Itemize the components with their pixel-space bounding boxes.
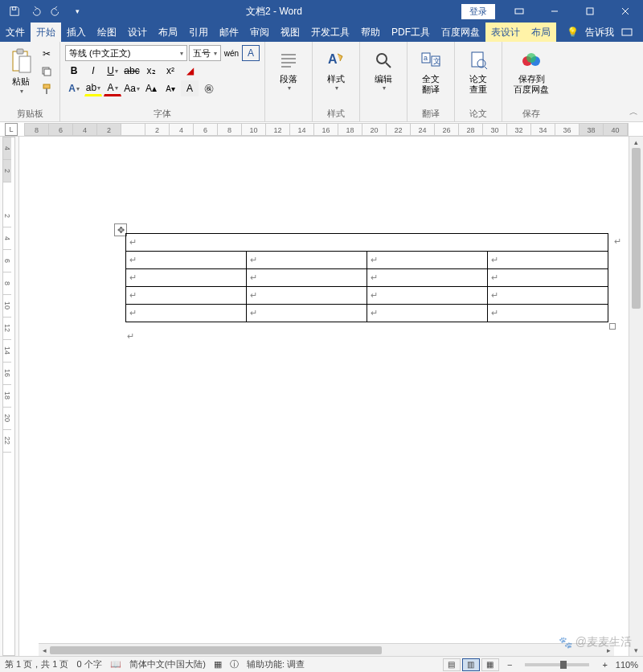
- tab-help[interactable]: 帮助: [355, 23, 386, 42]
- table-cell[interactable]: ↵: [247, 269, 367, 287]
- login-button[interactable]: 登录: [461, 4, 495, 19]
- scroll-left-icon[interactable]: ◂: [39, 646, 50, 654]
- copy-icon[interactable]: [39, 64, 55, 79]
- underline-button[interactable]: U▾: [104, 63, 121, 79]
- zoom-slider[interactable]: [525, 663, 589, 666]
- table-row[interactable]: ↵↵↵↵: [126, 305, 608, 322]
- horizontal-ruler[interactable]: L 86422468101214161820222426283032343638…: [0, 122, 643, 137]
- superscript-button[interactable]: x²: [162, 63, 179, 79]
- horizontal-scrollbar[interactable]: ◂ ▸: [39, 643, 614, 656]
- enclose-char-icon[interactable]: ㊑: [200, 80, 218, 96]
- maximize-icon[interactable]: [572, 0, 608, 23]
- eraser-icon[interactable]: ◢: [181, 63, 199, 79]
- tab-layout[interactable]: 布局: [153, 23, 183, 42]
- table-row[interactable]: ↵↵↵↵: [126, 269, 608, 287]
- vertical-scrollbar[interactable]: ▴ ▾: [629, 137, 643, 656]
- table-cell[interactable]: ↵: [488, 305, 608, 322]
- table-row[interactable]: ↵: [126, 234, 608, 252]
- tab-review[interactable]: 审阅: [244, 23, 275, 42]
- spellcheck-icon[interactable]: 📖: [110, 659, 121, 670]
- zoom-level[interactable]: 110%: [616, 660, 638, 670]
- format-painter-icon[interactable]: [39, 82, 55, 96]
- vertical-ruler[interactable]: 42246810121416182022: [0, 137, 19, 656]
- styles-button[interactable]: A 样式 ▾: [317, 45, 354, 92]
- save-icon[interactable]: [5, 2, 24, 21]
- table-cell[interactable]: ↵: [488, 252, 608, 269]
- char-border-icon[interactable]: A: [242, 45, 260, 61]
- table-resize-handle-icon[interactable]: [609, 323, 616, 330]
- qat-dropdown-icon[interactable]: ▾: [68, 2, 87, 21]
- table-cell[interactable]: ↵: [126, 234, 608, 252]
- zoom-out-icon[interactable]: −: [507, 660, 512, 670]
- page-viewport[interactable]: ✥ ↵ ↵↵↵↵↵↵↵↵↵↵↵↵↵↵↵↵↵ ↵ ◂ ▸: [19, 137, 629, 656]
- editing-button[interactable]: 编辑 ▾: [365, 45, 402, 92]
- translate-button[interactable]: a文 全文 翻译: [412, 45, 449, 95]
- hscroll-thumb[interactable]: [50, 646, 382, 654]
- tab-mailings[interactable]: 邮件: [214, 23, 244, 42]
- table-cell[interactable]: ↵: [126, 252, 247, 269]
- tab-home[interactable]: 开始: [31, 23, 61, 42]
- tell-me-label[interactable]: 告诉我: [585, 26, 614, 39]
- tab-selector-icon[interactable]: L: [5, 123, 18, 136]
- close-icon[interactable]: [608, 0, 643, 23]
- word-count[interactable]: 0 个字: [76, 658, 101, 670]
- table-cell[interactable]: ↵: [247, 305, 367, 322]
- view-web-icon[interactable]: ▦: [481, 658, 499, 671]
- view-print-icon[interactable]: ▥: [462, 658, 480, 671]
- text-effect-icon[interactable]: A▾: [65, 80, 83, 96]
- tab-draw[interactable]: 绘图: [92, 23, 122, 42]
- save-cloud-button[interactable]: 保存到 百度网盘: [507, 45, 555, 95]
- accessibility-icon[interactable]: ⓘ: [230, 658, 239, 670]
- paragraph-button[interactable]: 段落 ▾: [270, 45, 307, 92]
- tell-me-icon[interactable]: 💡: [566, 26, 579, 39]
- undo-icon[interactable]: [26, 2, 45, 21]
- tab-baidu[interactable]: 百度网盘: [436, 23, 485, 42]
- tab-design[interactable]: 设计: [122, 23, 153, 42]
- table-cell[interactable]: ↵: [126, 287, 247, 305]
- ribbon-options-icon[interactable]: [502, 0, 537, 23]
- table-cell[interactable]: ↵: [488, 269, 608, 287]
- zoom-thumb[interactable]: [560, 661, 567, 669]
- tab-insert[interactable]: 插入: [61, 23, 92, 42]
- document-table[interactable]: ↵↵↵↵↵↵↵↵↵↵↵↵↵↵↵↵↵: [125, 233, 608, 322]
- papercheck-button[interactable]: 论文 查重: [460, 45, 497, 95]
- tab-view[interactable]: 视图: [275, 23, 305, 42]
- italic-button[interactable]: I: [84, 63, 102, 79]
- zoom-in-icon[interactable]: +: [602, 660, 607, 670]
- subscript-button[interactable]: x₂: [142, 63, 160, 79]
- accessibility-label[interactable]: 辅助功能: 调查: [247, 658, 305, 670]
- grow-font-icon[interactable]: A▴: [142, 80, 160, 96]
- tab-developer[interactable]: 开发工具: [305, 23, 355, 42]
- table-cell[interactable]: ↵: [126, 269, 247, 287]
- change-case-icon[interactable]: Aa▾: [123, 80, 141, 96]
- font-name-combo[interactable]: 等线 (中文正文)▾: [65, 45, 187, 61]
- share-icon[interactable]: [620, 26, 633, 39]
- table-cell[interactable]: ↵: [126, 305, 247, 322]
- tab-file[interactable]: 文件: [0, 23, 31, 42]
- macro-icon[interactable]: ▦: [214, 659, 222, 670]
- table-cell[interactable]: ↵: [247, 252, 367, 269]
- cut-icon[interactable]: ✂: [39, 47, 55, 61]
- vscroll-thumb[interactable]: [632, 148, 641, 309]
- table-row[interactable]: ↵↵↵↵: [126, 252, 608, 269]
- tab-references[interactable]: 引用: [183, 23, 214, 42]
- char-shading-icon[interactable]: A: [181, 80, 199, 96]
- table-cell[interactable]: ↵: [367, 252, 488, 269]
- table-cell[interactable]: ↵: [247, 287, 367, 305]
- view-read-icon[interactable]: ▤: [443, 658, 461, 671]
- font-size-combo[interactable]: 五号▾: [189, 45, 221, 61]
- strike-button[interactable]: abc: [123, 63, 141, 79]
- page-indicator[interactable]: 第 1 页，共 1 页: [5, 658, 68, 670]
- font-color-icon[interactable]: A▾: [104, 80, 121, 96]
- highlight-icon[interactable]: ab▾: [84, 80, 102, 96]
- tab-pdf[interactable]: PDF工具: [386, 23, 436, 42]
- shrink-font-icon[interactable]: A▾: [162, 80, 179, 96]
- phonetic-guide-icon[interactable]: wén: [223, 45, 240, 61]
- table-cell[interactable]: ↵: [367, 305, 488, 322]
- table-cell[interactable]: ↵: [367, 287, 488, 305]
- bold-button[interactable]: B: [65, 63, 83, 79]
- tab-table-layout[interactable]: 布局: [526, 23, 556, 42]
- language-indicator[interactable]: 简体中文(中国大陆): [129, 658, 206, 670]
- scroll-up-icon[interactable]: ▴: [629, 137, 643, 148]
- table-cell[interactable]: ↵: [367, 269, 488, 287]
